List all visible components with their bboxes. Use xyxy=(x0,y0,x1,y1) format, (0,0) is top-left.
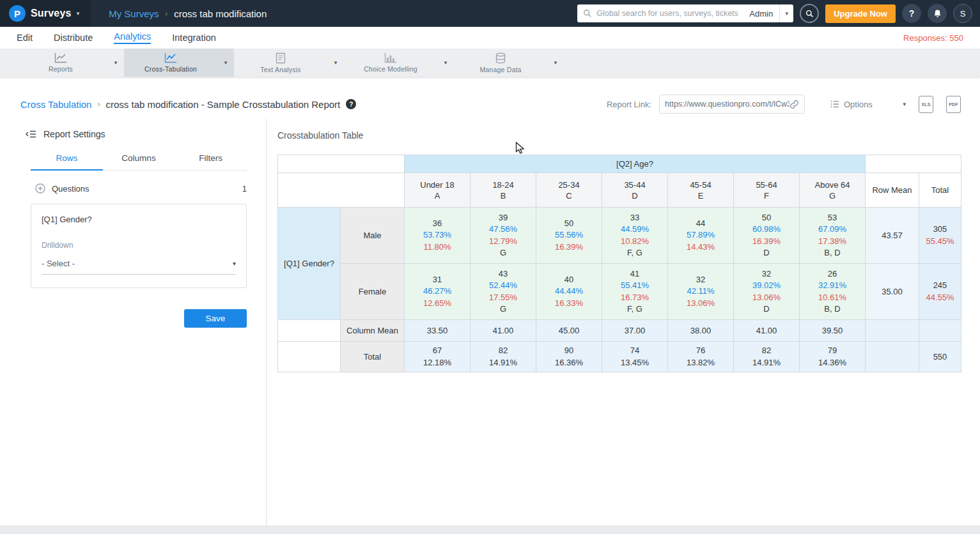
age-group-header-row: [Q2] Age? xyxy=(278,155,961,173)
xls-icon: XLS xyxy=(921,102,930,107)
crosstab-cell: 2632.91%10.61%B, D xyxy=(800,264,866,320)
chevron-down-icon: ▾ xyxy=(77,10,80,17)
questions-count: 1 xyxy=(242,184,247,194)
crosstab-cell: 4457.89%14.43% xyxy=(668,208,734,264)
tool-caret-icon[interactable]: ▾ xyxy=(217,49,234,77)
crosstab-cell: 4044.44%16.33% xyxy=(536,264,602,320)
options-dropdown[interactable]: Options ▾ xyxy=(830,100,906,109)
drilldown-select[interactable]: - Select - ▾ xyxy=(42,259,236,275)
search-scope-dropdown[interactable]: Admin xyxy=(743,9,779,19)
breadcrumb-separator: › xyxy=(166,10,168,17)
collapse-panel-icon[interactable] xyxy=(26,130,36,139)
product-name: Surveys xyxy=(31,8,72,19)
tool-label: Reports xyxy=(49,65,73,73)
column-mean-cell: 37.00 xyxy=(602,320,668,342)
tool-caret-icon[interactable]: ▾ xyxy=(547,49,564,77)
tool-cross-tabulation[interactable]: Cross-Tabulation ▾ xyxy=(124,49,234,77)
search-placeholder: Global search for users, surveys, ticket… xyxy=(596,9,743,18)
tool-caret-icon[interactable]: ▾ xyxy=(437,49,454,77)
save-button[interactable]: Save xyxy=(184,309,247,328)
total-cell: 7613.82% xyxy=(668,342,734,372)
content-body: Report Settings Rows Columns Filters Que… xyxy=(0,119,980,531)
column-header: 18-24B xyxy=(471,173,536,208)
help-button[interactable]: ? xyxy=(902,4,921,23)
product-switcher[interactable]: P Surveys ▾ xyxy=(0,0,91,27)
crosstab-cell: 4155.41%16.73%F, G xyxy=(602,264,668,320)
my-surveys-link[interactable]: My Surveys xyxy=(109,8,159,19)
options-label: Options xyxy=(844,100,873,109)
plus-circle-icon[interactable] xyxy=(35,183,45,194)
search-scope-caret[interactable]: ▾ xyxy=(779,4,793,22)
cross-tabulation-link[interactable]: Cross Tabulation xyxy=(20,99,91,110)
questionpro-logo: P xyxy=(9,5,26,22)
report-link-url: https://www.questionpro.com/t/lCw3Zc xyxy=(665,100,789,109)
tool-caret-icon[interactable]: ▾ xyxy=(107,49,124,77)
export-pdf-button[interactable]: PDF xyxy=(946,96,961,113)
spacer-cell xyxy=(278,320,341,342)
crosstab-table: [Q2] Age? Under 18A 18-24B 25-34C 35-44D… xyxy=(277,155,961,372)
question-card: [Q1] Gender? Drilldown - Select - ▾ xyxy=(31,204,247,288)
nav-tab-distribute[interactable]: Distribute xyxy=(54,33,93,43)
column-header: Under 18A xyxy=(405,173,471,208)
row-total-cell: 24544.55% xyxy=(919,264,961,320)
column-header: 55-64F xyxy=(734,173,800,208)
crosstab-cell: 3344.59%10.82%F, G xyxy=(602,208,668,264)
row-label: Male xyxy=(341,208,405,264)
report-link-label: Report Link: xyxy=(607,100,651,109)
help-icon[interactable]: ? xyxy=(346,99,356,109)
tool-manage-data[interactable]: Manage Data ▾ xyxy=(454,49,564,77)
tool-text-analysis[interactable]: Text Analysis ▾ xyxy=(234,49,344,77)
pdf-icon: PDF xyxy=(949,102,958,107)
grand-total-cell: 550 xyxy=(919,342,961,372)
report-link-input[interactable]: https://www.questionpro.com/t/lCw3Zc xyxy=(659,95,805,114)
breadcrumb-separator: › xyxy=(97,100,100,109)
crosstab-cell: 3242.11%13.06% xyxy=(668,264,734,320)
search-icon xyxy=(805,10,814,18)
column-mean-cell: 45.00 xyxy=(536,320,602,342)
row-mean-header: Row Mean xyxy=(866,173,919,208)
empty-cell xyxy=(866,320,919,342)
bell-icon xyxy=(933,9,942,19)
tab-filters[interactable]: Filters xyxy=(175,153,247,170)
nav-tab-edit[interactable]: Edit xyxy=(17,33,33,43)
tab-columns[interactable]: Columns xyxy=(103,153,175,170)
total-cell: 8214.91% xyxy=(734,342,800,372)
tab-rows[interactable]: Rows xyxy=(31,153,103,171)
bar-chart-icon xyxy=(384,52,397,63)
responses-count[interactable]: Responses: 550 xyxy=(903,33,963,43)
export-xls-button[interactable]: XLS xyxy=(919,96,933,113)
search-button[interactable] xyxy=(800,4,819,23)
questions-row[interactable]: Questions 1 xyxy=(35,183,247,194)
global-search-input[interactable]: Global search for users, surveys, ticket… xyxy=(577,4,793,22)
link-icon[interactable] xyxy=(789,100,799,109)
list-icon xyxy=(830,100,839,108)
total-cell: 9016.36% xyxy=(536,342,602,372)
tool-caret-icon[interactable]: ▾ xyxy=(327,49,344,77)
logo-letter: P xyxy=(14,8,20,19)
male-row: [Q1] Gender? Male 3653.73%11.80% 3947.56… xyxy=(278,208,961,264)
analytics-toolbar: Reports ▾ Cross-Tabulation ▾ Text Analys… xyxy=(0,49,980,77)
nav-tab-integration[interactable]: Integration xyxy=(172,33,216,43)
document-icon xyxy=(276,52,286,64)
crosstab-cell: 5367.09%17.38%B, D xyxy=(800,208,866,264)
user-avatar[interactable]: S xyxy=(953,4,972,23)
crosstab-cell: 3239.02%13.06%D xyxy=(734,264,800,320)
bottom-scrollbar-track[interactable] xyxy=(0,526,980,534)
report-breadcrumb: Cross Tabulation › cross tab modificatio… xyxy=(20,99,356,110)
total-cell: 8214.91% xyxy=(471,342,536,372)
column-mean-cell: 39.50 xyxy=(800,320,866,342)
tool-reports[interactable]: Reports ▾ xyxy=(14,49,124,77)
row-group-header: [Q1] Gender? xyxy=(278,208,341,320)
survey-nav: Edit Distribute Analytics Integration Re… xyxy=(0,27,980,49)
crosstab-cell: 4352.44%17.55%G xyxy=(471,264,536,320)
crosstab-cell: 5055.56%16.39% xyxy=(536,208,602,264)
tool-label: Text Analysis xyxy=(260,66,300,73)
upgrade-now-button[interactable]: Upgrade Now xyxy=(825,4,896,23)
nav-tab-analytics[interactable]: Analytics xyxy=(114,31,151,44)
current-survey-name: cross tab modification xyxy=(174,8,267,19)
drilldown-label: Drilldown xyxy=(42,241,236,250)
drilldown-value: - Select - xyxy=(42,259,75,268)
section-title: Crosstabulation Table xyxy=(277,130,980,141)
notifications-button[interactable] xyxy=(928,4,947,23)
tool-choice-modelling[interactable]: Choice Modelling ▾ xyxy=(344,49,454,77)
